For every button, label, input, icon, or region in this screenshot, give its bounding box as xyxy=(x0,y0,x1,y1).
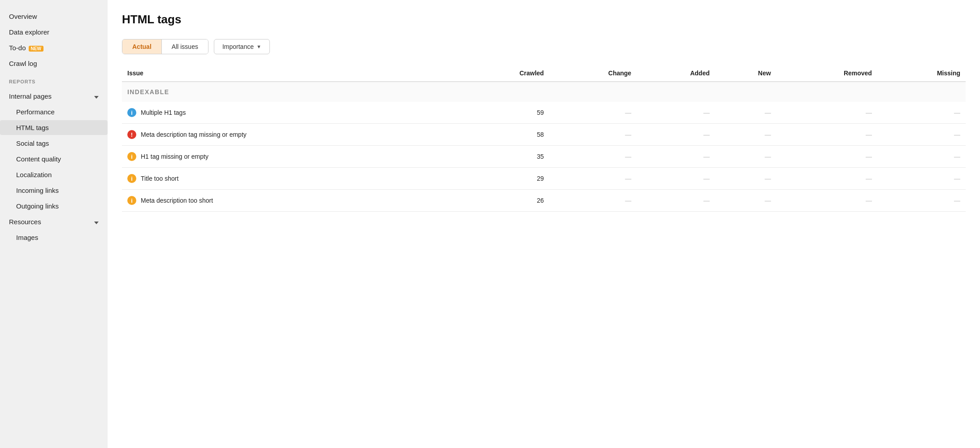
chevron-down-icon xyxy=(94,218,99,226)
tab-all-issues[interactable]: All issues xyxy=(162,39,208,54)
issue-name: Meta description tag missing or empty xyxy=(141,131,247,138)
table-header: IssueCrawledChangeAddedNewRemovedMissing xyxy=(122,65,966,82)
crawled-cell: 58 xyxy=(458,124,549,146)
added-cell: — xyxy=(637,168,715,190)
new-cell: — xyxy=(715,168,776,190)
crawled-cell: 26 xyxy=(458,190,549,212)
col-header-added: Added xyxy=(637,65,715,82)
col-header-change: Change xyxy=(549,65,637,82)
issue-name: H1 tag missing or empty xyxy=(141,153,208,160)
issues-table: IssueCrawledChangeAddedNewRemovedMissing… xyxy=(122,65,966,212)
table-row[interactable]: iMultiple H1 tags59————— xyxy=(122,102,966,124)
issue-name: Meta description too short xyxy=(141,197,213,204)
change-cell: — xyxy=(549,168,637,190)
sidebar-item-performance[interactable]: Performance xyxy=(0,104,108,119)
sidebar-item-label-outgoing-links: Outgoing links xyxy=(16,202,59,210)
table-row[interactable]: iH1 tag missing or empty35————— xyxy=(122,146,966,168)
sidebar-item-label-images: Images xyxy=(16,234,38,241)
main-content: HTML tags Actual All issues Importance ▼… xyxy=(108,0,980,448)
change-cell: — xyxy=(549,102,637,124)
new-cell: — xyxy=(715,146,776,168)
sidebar-item-crawl-log[interactable]: Crawl log xyxy=(0,56,108,71)
table-row[interactable]: !Meta description tag missing or empty58… xyxy=(122,124,966,146)
blue-icon: i xyxy=(127,108,136,117)
removed-cell: — xyxy=(776,146,877,168)
sidebar-item-html-tags[interactable]: HTML tags xyxy=(0,120,108,135)
issue-cell: iMultiple H1 tags xyxy=(122,102,458,124)
missing-cell: — xyxy=(877,124,966,146)
col-header-missing: Missing xyxy=(877,65,966,82)
table-row[interactable]: iTitle too short29————— xyxy=(122,168,966,190)
sidebar-item-localization[interactable]: Localization xyxy=(0,167,108,182)
sidebar-item-resources[interactable]: Resources xyxy=(0,214,108,229)
sidebar-item-label-incoming-links: Incoming links xyxy=(16,187,59,194)
sidebar-item-data-explorer[interactable]: Data explorer xyxy=(0,25,108,39)
new-badge: NEW xyxy=(29,46,43,52)
sidebar-item-social-tags[interactable]: Social tags xyxy=(0,136,108,151)
col-header-crawled: Crawled xyxy=(458,65,549,82)
sidebar-item-to-do[interactable]: To-doNEW xyxy=(0,40,108,55)
table-row[interactable]: iMeta description too short26————— xyxy=(122,190,966,212)
change-cell: — xyxy=(549,124,637,146)
sidebar-item-label-html-tags: HTML tags xyxy=(16,124,49,131)
removed-cell: — xyxy=(776,102,877,124)
sidebar-item-incoming-links[interactable]: Incoming links xyxy=(0,183,108,198)
issue-cell: !Meta description tag missing or empty xyxy=(122,124,458,146)
page-title: HTML tags xyxy=(122,13,966,26)
sidebar-item-images[interactable]: Images xyxy=(0,230,108,245)
added-cell: — xyxy=(637,102,715,124)
table-header-row: IssueCrawledChangeAddedNewRemovedMissing xyxy=(122,65,966,82)
missing-cell: — xyxy=(877,146,966,168)
sidebar-item-label-to-do: To-do xyxy=(9,44,26,52)
missing-cell: — xyxy=(877,168,966,190)
missing-cell: — xyxy=(877,190,966,212)
sidebar-item-label-content-quality: Content quality xyxy=(16,155,61,163)
filter-bar: Actual All issues Importance ▼ xyxy=(122,39,966,54)
crawled-cell: 59 xyxy=(458,102,549,124)
sidebar-item-overview[interactable]: Overview xyxy=(0,9,108,24)
sidebar-item-outgoing-links[interactable]: Outgoing links xyxy=(0,199,108,213)
orange-icon: i xyxy=(127,174,136,183)
added-cell: — xyxy=(637,190,715,212)
sidebar-item-label-localization: Localization xyxy=(16,171,52,178)
orange-icon: i xyxy=(127,196,136,205)
change-cell: — xyxy=(549,190,637,212)
table-body: INDEXABLEiMultiple H1 tags59—————!Meta d… xyxy=(122,82,966,212)
sidebar-item-label-reports: REPORTS xyxy=(9,79,35,84)
tab-actual[interactable]: Actual xyxy=(122,39,162,54)
sidebar-item-label-crawl-log: Crawl log xyxy=(9,60,37,67)
crawled-cell: 29 xyxy=(458,168,549,190)
tab-group: Actual All issues xyxy=(122,39,208,54)
table-section-header: INDEXABLE xyxy=(122,82,966,102)
crawled-cell: 35 xyxy=(458,146,549,168)
col-header-new: New xyxy=(715,65,776,82)
issue-name: Multiple H1 tags xyxy=(141,109,186,116)
issue-name: Title too short xyxy=(141,175,178,182)
removed-cell: — xyxy=(776,124,877,146)
issue-cell: iH1 tag missing or empty xyxy=(122,146,458,168)
section-label: INDEXABLE xyxy=(122,82,966,102)
chevron-down-icon xyxy=(94,92,99,100)
missing-cell: — xyxy=(877,102,966,124)
removed-cell: — xyxy=(776,168,877,190)
added-cell: — xyxy=(637,146,715,168)
issue-cell: iTitle too short xyxy=(122,168,458,190)
removed-cell: — xyxy=(776,190,877,212)
sidebar-item-content-quality[interactable]: Content quality xyxy=(0,152,108,166)
change-cell: — xyxy=(549,146,637,168)
sidebar-item-label-data-explorer: Data explorer xyxy=(9,28,49,36)
sidebar-item-reports: REPORTS xyxy=(0,72,108,88)
importance-dropdown[interactable]: Importance ▼ xyxy=(214,39,270,54)
col-header-removed: Removed xyxy=(776,65,877,82)
sidebar: OverviewData explorerTo-doNEWCrawl logRE… xyxy=(0,0,108,448)
orange-icon: i xyxy=(127,152,136,161)
sidebar-item-label-overview: Overview xyxy=(9,13,37,20)
new-cell: — xyxy=(715,124,776,146)
dropdown-arrow-icon: ▼ xyxy=(256,44,261,49)
added-cell: — xyxy=(637,124,715,146)
sidebar-item-label-performance: Performance xyxy=(16,108,55,116)
sidebar-item-label-resources: Resources xyxy=(9,218,41,226)
col-header-issue: Issue xyxy=(122,65,458,82)
sidebar-item-internal-pages[interactable]: Internal pages xyxy=(0,89,108,104)
issue-cell: iMeta description too short xyxy=(122,190,458,212)
